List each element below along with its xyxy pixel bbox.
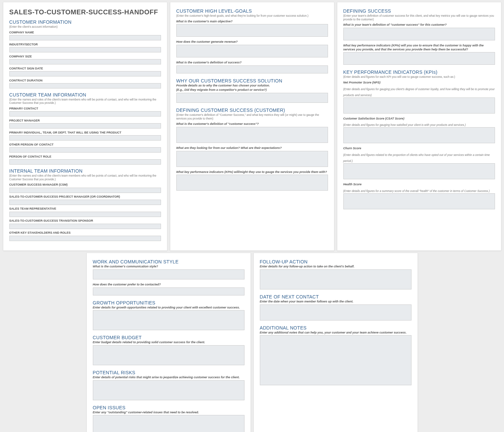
q-kpis-customer: What key performance indicators (KPIs) w…: [176, 170, 328, 174]
kpi-churn-sub: (Enter details and figures related to th…: [343, 153, 490, 163]
input-sales-rep[interactable]: [9, 212, 161, 217]
sec-work-comm: WORK AND COMMUNICATION STYLE: [93, 259, 244, 264]
ta-why-solution[interactable]: [176, 93, 328, 103]
ta-comm-style[interactable]: [93, 269, 244, 279]
input-project-manager[interactable]: [9, 123, 161, 129]
q-followup: Enter details for any follow-up action t…: [260, 265, 411, 269]
sec-customer-information: CUSTOMER INFORMATION: [9, 19, 161, 25]
input-pm-coord[interactable]: [9, 200, 161, 205]
ta-budget[interactable]: [93, 345, 244, 365]
sec-internal-team-sub: (Enter the names and roles of the client…: [9, 174, 161, 181]
ta-health[interactable]: [343, 193, 495, 209]
input-other-stakeholders[interactable]: [9, 236, 161, 241]
input-contract-date[interactable]: [9, 71, 161, 76]
ta-team-def[interactable]: [343, 28, 495, 40]
ta-team-kpis[interactable]: [343, 52, 495, 65]
sec-customer-team: CUSTOMER TEAM INFORMATION: [9, 92, 161, 97]
q-growth: Enter details for growth opportunities r…: [93, 306, 244, 310]
q-cs-def: What is the customer's definition of "cu…: [176, 122, 328, 126]
main-title: SALES-TO-CUSTOMER-SUCCESS-HANDOFF: [9, 8, 161, 16]
input-contact-role[interactable]: [9, 159, 161, 165]
sec-customer-information-sub: (Enter the client's account information): [9, 25, 161, 29]
ta-cs-def[interactable]: [176, 127, 328, 143]
ta-followup[interactable]: [260, 269, 411, 289]
q-why-line2: (E.g., Did they migrate from a competito…: [176, 88, 328, 92]
sec-high-goals-sub: (Enter the customer's high-level goals, …: [176, 14, 328, 18]
sec-budget: CUSTOMER BUDGET: [93, 335, 244, 340]
card-work-comm: WORK AND COMMUNICATION STYLE What is the…: [87, 253, 251, 432]
sec-risks: POTENTIAL RISKS: [93, 370, 244, 375]
lbl-company-size: COMPANY SIZE: [9, 55, 161, 58]
input-primary-contact[interactable]: [9, 111, 161, 117]
kpi-churn-title: Churn Score: [343, 147, 495, 151]
ta-churn[interactable]: [343, 163, 495, 179]
ta-open-issues[interactable]: [93, 415, 244, 432]
ta-next-contact[interactable]: [260, 304, 411, 320]
input-primary-individual[interactable]: [9, 135, 161, 141]
ta-revenue[interactable]: [176, 45, 328, 57]
card-followup: FOLLOW-UP ACTION Enter details for any f…: [254, 253, 418, 432]
q-team-def: What is your team's definition of "custo…: [343, 23, 495, 27]
sec-def-cs-customer: DEFINING CUSTOMER SUCCESS (CUSTOMER): [176, 107, 328, 113]
sec-open-issues: OPEN ISSUES: [93, 405, 244, 410]
sec-high-goals: CUSTOMER HIGH LEVEL-GOALS: [176, 8, 328, 14]
sec-next-contact: DATE OF NEXT CONTACT: [260, 294, 411, 299]
q-contact-pref: How does the customer prefer to be conta…: [93, 283, 244, 287]
card-defining-success: DEFINING SUCCESS (Enter your team's defi…: [337, 2, 501, 251]
lbl-other-stakeholders: OTHER KEY STAKEHOLDERS AND ROLES: [9, 231, 161, 234]
ta-kpis-customer[interactable]: [176, 175, 328, 191]
ta-notes[interactable]: [260, 335, 411, 385]
ta-csat[interactable]: [343, 127, 495, 143]
sec-followup: FOLLOW-UP ACTION: [260, 259, 411, 264]
input-csm[interactable]: [9, 188, 161, 193]
lbl-project-manager: PROJECT MANAGER: [9, 119, 161, 122]
sec-internal-team: INTERNAL TEAM INFORMATION: [9, 168, 161, 174]
lbl-other-contact: OTHER PERSON OF CONTACT: [9, 143, 161, 146]
sec-kpis-sub: (Enter details and figures for each KPI …: [343, 75, 495, 79]
input-other-contact[interactable]: [9, 147, 161, 153]
ta-contact-pref[interactable]: [93, 287, 244, 295]
sec-customer-team-sub: (Enter the names and roles of the client…: [9, 98, 161, 105]
lbl-contract-duration: CONTRACT DURATION: [9, 79, 161, 82]
q-why-line1: Provide details as to why the customer h…: [176, 84, 328, 88]
q-def-success: What is the customer's definition of suc…: [176, 61, 328, 65]
kpi-nps-title: Net Promoter Score (NPS): [343, 81, 495, 85]
sec-def-success-sub: (Enter your team's definition of custome…: [343, 14, 495, 21]
q-revenue: How does the customer generate revenue?: [176, 40, 328, 44]
kpi-health-title: Health Score: [343, 183, 495, 187]
q-next-contact: Enter the date when your team member fol…: [260, 300, 411, 304]
sec-def-cs-customer-sub: (Enter the customer's definition of "Cus…: [176, 113, 328, 120]
input-company-name[interactable]: [9, 35, 161, 40]
ta-expectations[interactable]: [176, 151, 328, 167]
ta-nps[interactable]: [343, 97, 495, 114]
kpi-csat-title: Customer Satisfaction Score (CSAT Score): [343, 117, 495, 121]
lbl-sales-rep: SALES TEAM REPRESENTATIVE: [9, 207, 161, 210]
sec-growth: GROWTH OPPORTUNITIES: [93, 300, 244, 305]
card-customer-info: SALES-TO-CUSTOMER-SUCCESS-HANDOFF CUSTOM…: [3, 2, 167, 251]
q-open-issues: Enter any "outstanding" customer-related…: [93, 411, 244, 415]
ta-risks[interactable]: [93, 380, 244, 400]
q-comm-style: What is the customer's communication sty…: [93, 265, 244, 269]
input-company-size[interactable]: [9, 59, 161, 64]
sec-kpis: KEY PERFORMANCE INDICATORS (KPIs): [343, 69, 495, 75]
q-team-kpis: What key performance indicators (KPIs) w…: [343, 44, 495, 51]
lbl-company-name: COMPANY NAME: [9, 31, 161, 34]
q-expectations: What are they looking for from our solut…: [176, 146, 328, 150]
q-main-objective: What is the customer's main objective?: [176, 20, 328, 24]
kpi-csat-sub: (Enter details and figures for gauging h…: [343, 123, 466, 127]
lbl-industry: INDUSTRY/SECTOR: [9, 43, 161, 46]
ta-growth[interactable]: [93, 310, 244, 330]
q-budget: Enter budget details related to providin…: [93, 341, 244, 345]
lbl-pm-coord: SALES-TO-CUSTOMER-SUCCESS PROJECT MANAGE…: [9, 195, 161, 198]
input-transition-sponsor[interactable]: [9, 224, 161, 229]
sec-def-success: DEFINING SUCCESS: [343, 8, 495, 14]
lbl-transition-sponsor: SALES-TO-CUSTOMER-SUCCESS TRANSITION SPO…: [9, 219, 161, 222]
ta-def-success[interactable]: [176, 65, 328, 73]
input-industry[interactable]: [9, 47, 161, 52]
q-notes: Enter any additional notes that can help…: [260, 331, 411, 335]
input-contract-duration[interactable]: [9, 83, 161, 88]
ta-main-objective[interactable]: [176, 24, 328, 37]
kpi-nps-sub: (Enter details and figures for gauging y…: [343, 87, 495, 97]
sec-notes: ADDITIONAL NOTES: [260, 325, 411, 331]
lbl-primary-individual: PRIMARY INDIVIDUAL, TEAM, OR DEPT. THAT …: [9, 131, 161, 134]
